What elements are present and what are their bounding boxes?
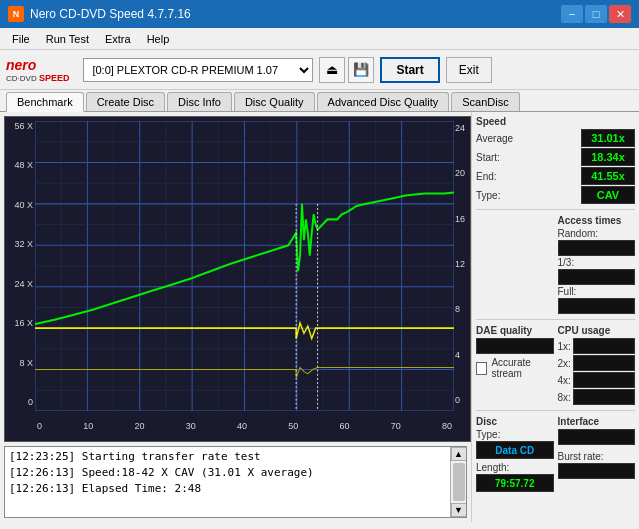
y-right-12: 12 [455,259,465,269]
y-right-8: 8 [455,304,460,314]
type-row: Type: CAV [476,186,635,204]
cpu-2x-row: 2x: [558,355,636,371]
dae-cpu-grid: DAE quality Accurate stream CPU usage 1x… [476,325,635,405]
dae-title: DAE quality [476,325,554,336]
y-label-32: 32 X [14,239,33,249]
nero-brand-text: nero [6,57,36,73]
interface-value [558,429,636,445]
log-content: [12:23:25] Starting transfer rate test [… [5,447,450,517]
scroll-down-button[interactable]: ▼ [451,503,467,517]
tab-disc-info[interactable]: Disc Info [167,92,232,111]
onethird-row: 1/3: [558,257,636,268]
x-label-70: 70 [391,421,401,431]
cpu-4x-label: 4x: [558,375,571,386]
minimize-button[interactable]: − [561,5,583,23]
title-bar: N Nero CD-DVD Speed 4.7.7.16 − □ ✕ [0,0,639,28]
end-value: 41.55x [581,167,635,185]
scroll-up-button[interactable]: ▲ [451,447,467,461]
y-label-16: 16 X [14,318,33,328]
tab-disc-quality[interactable]: Disc Quality [234,92,315,111]
y-right-0: 0 [455,395,460,405]
cpu-2x-value [573,355,635,371]
y-axis-right: 24 20 16 12 8 4 0 [454,121,470,407]
start-label: Start: [476,152,500,163]
average-row: Average 31.01x [476,129,635,147]
disc-length-row: Length: [476,462,554,473]
disc-type-label: Type: [476,429,500,440]
start-row: Start: 18.34x [476,148,635,166]
exit-button[interactable]: Exit [446,57,492,83]
x-label-60: 60 [339,421,349,431]
close-button[interactable]: ✕ [609,5,631,23]
dae-value [476,338,554,354]
y-right-16: 16 [455,214,465,224]
burst-rate-label: Burst rate: [558,451,604,462]
log-entry-1: [12:23:25] Starting transfer rate test [9,449,446,465]
menu-help[interactable]: Help [139,31,178,47]
x-label-50: 50 [288,421,298,431]
menu-run-test[interactable]: Run Test [38,31,97,47]
x-axis: 0 10 20 30 40 50 60 70 80 [35,413,454,439]
accurate-stream-checkbox[interactable] [476,362,487,375]
disc-title: Disc [476,416,554,427]
chart-svg [35,121,454,411]
menu-file[interactable]: File [4,31,38,47]
start-value: 18.34x [581,148,635,166]
maximize-button[interactable]: □ [585,5,607,23]
cd-dvd-speed-text: CD·DVD SPEED [6,73,69,83]
access-times-title: Access times [558,215,636,226]
cpu-4x-value [573,372,635,388]
full-value [558,298,636,314]
x-label-40: 40 [237,421,247,431]
type-label: Type: [476,190,500,201]
end-row: End: 41.55x [476,167,635,185]
onethird-label: 1/3: [558,257,575,268]
tab-create-disc[interactable]: Create Disc [86,92,165,111]
burst-rate-row: Burst rate: [558,450,636,462]
speed-title: Speed [476,116,635,127]
x-label-0: 0 [37,421,42,431]
y-right-24: 24 [455,123,465,133]
interface-section: Interface Burst rate: [558,416,636,492]
burst-rate-value [558,463,636,479]
app-icon: N [8,6,24,22]
cpu-8x-label: 8x: [558,392,571,403]
menu-extra[interactable]: Extra [97,31,139,47]
menu-bar: File Run Test Extra Help [0,28,639,50]
access-times-section: Access times Random: 1/3: Full: [558,215,636,314]
toolbar-icons: ⏏ 💾 [319,57,374,83]
scroll-thumb[interactable] [453,463,465,501]
right-panel: Speed Average 31.01x Start: 18.34x End: … [471,112,639,522]
random-value [558,240,636,256]
tabs-bar: Benchmark Create Disc Disc Info Disc Qua… [0,90,639,112]
title-controls: − □ ✕ [561,5,631,23]
title-text: Nero CD-DVD Speed 4.7.7.16 [30,7,191,21]
dae-section: DAE quality Accurate stream [476,325,554,405]
x-label-30: 30 [186,421,196,431]
onethird-value [558,269,636,285]
save-icon-button[interactable]: 💾 [348,57,374,83]
disc-interface-grid: Disc Type: Data CD Length: 79:57.72 Inte… [476,416,635,492]
cpu-4x-row: 4x: [558,372,636,388]
y-label-8: 8 X [19,358,33,368]
tab-scan-disc[interactable]: ScanDisc [451,92,519,111]
interface-title: Interface [558,416,636,427]
start-button[interactable]: Start [380,57,439,83]
chart-container: 56 X 48 X 40 X 32 X 24 X 16 X 8 X 0 [4,116,471,442]
disc-type-value: Data CD [476,441,554,459]
eject-icon-button[interactable]: ⏏ [319,57,345,83]
y-label-24: 24 X [14,279,33,289]
tab-advanced-disc-quality[interactable]: Advanced Disc Quality [317,92,450,111]
accurate-stream-label: Accurate stream [491,357,553,379]
cpu-1x-label: 1x: [558,341,571,352]
disc-length-label: Length: [476,462,509,473]
cpu-2x-label: 2x: [558,358,571,369]
drive-select[interactable]: [0:0] PLEXTOR CD-R PREMIUM 1.07 [83,58,313,82]
random-label: Random: [558,228,599,239]
speed-access-grid: Access times Random: 1/3: Full: [476,215,635,314]
cpu-1x-row: 1x: [558,338,636,354]
x-label-80: 80 [442,421,452,431]
average-label: Average [476,133,513,144]
cpu-title: CPU usage [558,325,636,336]
tab-benchmark[interactable]: Benchmark [6,92,84,112]
